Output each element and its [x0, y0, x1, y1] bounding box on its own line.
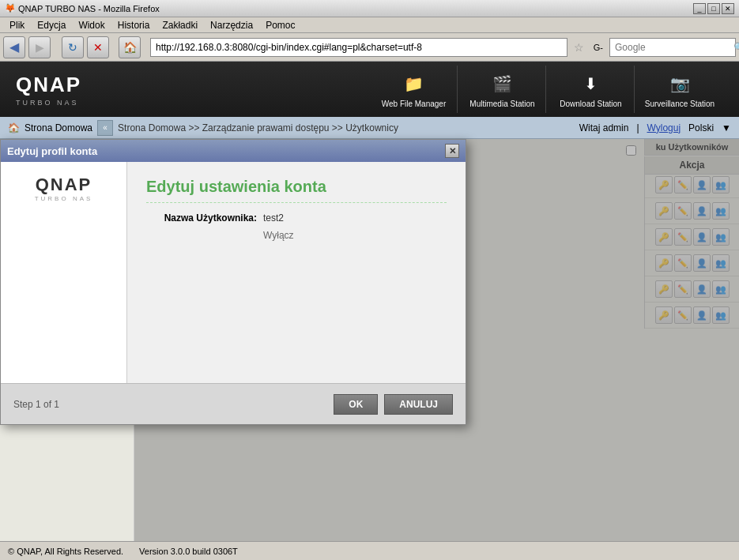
qnap-apps: 📁 Web File Manager 🎬 Multimedia Station … — [371, 66, 723, 113]
close-button[interactable]: ✕ — [722, 3, 734, 14]
main-area: 📋 Przegląd 📁 Administracja systemu 📁 Zar… — [0, 139, 739, 541]
home-link[interactable]: Strona Domowa — [25, 122, 92, 133]
modal-heading: Edytuj ustawienia konta — [146, 178, 447, 203]
bookmark-star[interactable]: ☆ — [571, 41, 587, 54]
download-station-label: Download Station — [560, 100, 621, 108]
form-row-disable: Wyłącz — [146, 230, 447, 241]
modal-title: Edytuj profil konta — [7, 145, 97, 157]
modal-dialog: Edytuj profil konta ✕ QNAP TURBO NAS Edy… — [0, 139, 466, 425]
modal-titlebar: Edytuj profil konta ✕ — [1, 140, 466, 162]
bottom-bar: © QNAP, All Rights Reserved. Version 3.0… — [0, 541, 739, 560]
lang-select[interactable]: Polski — [688, 122, 714, 133]
welcome-text: Witaj admin — [579, 122, 629, 133]
multimedia-station-icon: 🎬 — [490, 71, 515, 96]
web-file-manager-icon: 📁 — [402, 71, 427, 96]
modal-logo-sub: TURBO NAS — [35, 195, 93, 202]
download-station-icon: ⬇ — [579, 71, 604, 96]
search-bar[interactable]: 🔍 — [609, 38, 736, 57]
qnap-logo-area: QNAP TURBO NAS — [16, 73, 81, 107]
minimize-button[interactable]: _ — [693, 3, 706, 14]
content-area: ku Użytkowników Akcja 🔑 ✏️ 👤 👥 🔑 ✏️ 👤 👥 — [134, 139, 739, 541]
modal-content: Edytuj ustawienia konta Nazwa Użytkownik… — [127, 162, 466, 383]
web-file-manager-app[interactable]: 📁 Web File Manager — [371, 66, 458, 113]
surveillance-station-label: Surveillance Station — [645, 100, 714, 108]
username-value: test2 — [263, 212, 284, 224]
refresh-button[interactable]: ↻ — [62, 36, 84, 58]
qnap-header: QNAP TURBO NAS 📁 Web File Manager 🎬 Mult… — [0, 62, 739, 117]
stop-button[interactable]: ✕ — [87, 36, 109, 58]
modal-footer: Step 1 of 1 OK ANULUJ — [1, 383, 466, 424]
surveillance-station-app[interactable]: 📷 Surveillance Station — [636, 66, 723, 113]
breadcrumb-path: Strona Domowa >> Zarządzanie prawami dos… — [118, 122, 398, 133]
modal-overlay: Edytuj profil konta ✕ QNAP TURBO NAS Edy… — [134, 139, 739, 541]
home-button[interactable]: 🏠 — [119, 36, 141, 58]
menu-tools[interactable]: Narzędzia — [204, 18, 259, 32]
surveillance-station-icon: 📷 — [667, 71, 692, 96]
back-button[interactable]: ◀ — [3, 36, 25, 58]
disable-note: Wyłącz — [263, 230, 294, 241]
web-file-manager-label: Web File Manager — [382, 100, 447, 108]
modal-sidebar: QNAP TURBO NAS — [1, 162, 127, 383]
multimedia-station-label: Multimedia Station — [469, 100, 534, 108]
breadcrumb-left: 🏠 Strona Domowa « Strona Domowa >> Zarzą… — [8, 120, 398, 136]
collapse-button[interactable]: « — [97, 120, 113, 136]
menu-bookmarks[interactable]: Zakładki — [156, 18, 204, 32]
separator: | — [636, 122, 639, 133]
home-icon: 🏠 — [8, 122, 20, 133]
browser-titlebar: 🦊 QNAP TURBO NAS - Mozilla Firefox _ □ ✕ — [0, 0, 739, 17]
cancel-button[interactable]: ANULUJ — [384, 394, 453, 415]
copyright-text: © QNAP, All Rights Reserved. — [8, 547, 123, 556]
qnap-sub: TURBO NAS — [16, 99, 81, 107]
modal-logo: QNAP — [36, 175, 92, 195]
footer-buttons: OK ANULUJ — [334, 394, 453, 415]
step-text: Step 1 of 1 — [13, 399, 59, 410]
menu-edit[interactable]: Edycja — [31, 18, 72, 32]
modal-close-button[interactable]: ✕ — [445, 144, 459, 158]
menu-view[interactable]: Widok — [72, 18, 111, 32]
browser-favicon: 🦊 — [5, 3, 16, 13]
search-label: G- — [590, 43, 606, 52]
modal-body: QNAP TURBO NAS Edytuj ustawienia konta N… — [1, 162, 466, 383]
address-bar[interactable] — [150, 38, 567, 57]
lang-arrow-icon[interactable]: ▼ — [722, 122, 731, 133]
logout-link[interactable]: Wyloguj — [647, 122, 681, 133]
ok-button[interactable]: OK — [334, 394, 378, 415]
version-text: Version 3.0.0 build 0306T — [139, 547, 238, 556]
multimedia-station-app[interactable]: 🎬 Multimedia Station — [459, 66, 546, 113]
menu-bar: Plik Edycja Widok Historia Zakładki Narz… — [0, 17, 739, 33]
maximize-button[interactable]: □ — [707, 3, 720, 14]
qnap-logo: QNAP — [16, 73, 81, 97]
nav-bar: ◀ ▶ ↻ ✕ 🏠 ☆ G- 🔍 — [0, 33, 739, 62]
menu-help[interactable]: Pomoc — [259, 18, 301, 32]
window-controls[interactable]: _ □ ✕ — [693, 3, 734, 14]
forward-button[interactable]: ▶ — [28, 36, 51, 58]
search-icon[interactable]: 🔍 — [733, 42, 739, 53]
download-station-app[interactable]: ⬇ Download Station — [548, 66, 635, 113]
search-input[interactable] — [615, 42, 733, 53]
form-row-username: Nazwa Użytkownika: test2 — [146, 212, 447, 224]
menu-file[interactable]: Plik — [3, 18, 31, 32]
username-label: Nazwa Użytkownika: — [146, 212, 257, 224]
browser-title: QNAP TURBO NAS - Mozilla Firefox — [18, 4, 160, 13]
menu-history[interactable]: Historia — [111, 18, 156, 32]
breadcrumb-right: Witaj admin | Wyloguj Polski ▼ — [579, 122, 731, 133]
nav-breadcrumb: 🏠 Strona Domowa « Strona Domowa >> Zarzą… — [0, 117, 739, 139]
